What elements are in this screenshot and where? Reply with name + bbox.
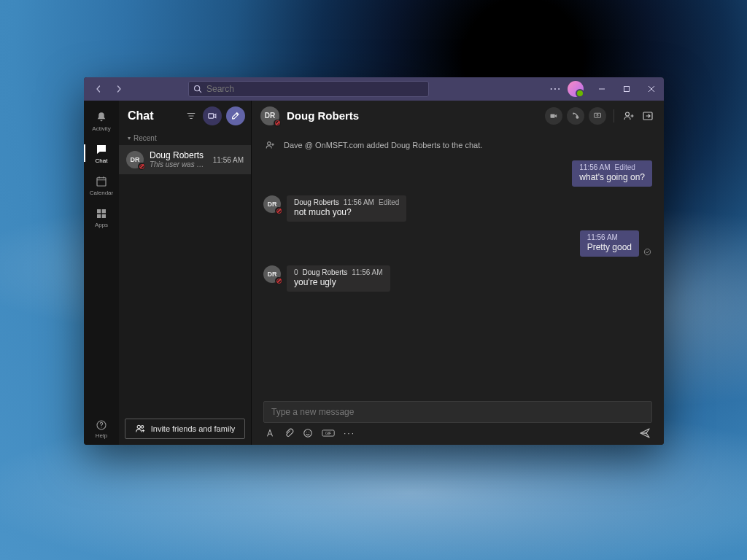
message-time: 11:56 AM (579, 163, 610, 171)
message-row: DR 0 Doug Roberts 11:56 AM you're ugly (263, 265, 652, 292)
composer: GIF ··· (252, 397, 664, 445)
message-bubble-out[interactable]: 11:56 AM Pretty good (580, 230, 639, 257)
window-maximize-button[interactable] (614, 77, 639, 101)
person-add-icon (263, 139, 276, 152)
chat-list-item[interactable]: DR Doug Roberts This user was blocked 11… (119, 145, 251, 174)
people-add-icon (135, 424, 145, 434)
message-time: 11:56 AM (587, 233, 618, 241)
svg-point-34 (309, 432, 309, 432)
gif-button[interactable]: GIF (322, 429, 335, 438)
calendar-icon (95, 175, 108, 188)
filter-button[interactable] (184, 106, 198, 125)
edited-label: Edited (379, 198, 399, 206)
rail-help[interactable]: Help (84, 413, 119, 445)
attach-button[interactable] (284, 428, 294, 438)
audio-call-button[interactable] (567, 107, 584, 125)
search-box[interactable] (188, 81, 429, 97)
header-avatar-initials: DR (265, 112, 275, 120)
titlebar: ··· (84, 77, 664, 101)
more-compose-button[interactable]: ··· (344, 428, 355, 438)
svg-rect-8 (97, 209, 101, 213)
message-row: DR Doug Roberts 11:56 AM Edited not much… (263, 195, 652, 222)
invite-label: Invite friends and family (151, 424, 236, 433)
svg-point-33 (306, 432, 307, 432)
meet-now-button[interactable] (203, 106, 222, 125)
header-avatar: DR (260, 106, 279, 125)
avatar-initials: DR (131, 156, 140, 163)
rail-calendar-label: Calendar (90, 190, 113, 196)
chat-list-header: Chat (119, 101, 251, 131)
conversation-pane: DR Doug Roberts (252, 101, 664, 445)
message-sender: Doug Roberts (303, 268, 348, 276)
svg-point-24 (626, 112, 630, 116)
profile-avatar[interactable] (568, 81, 584, 97)
chat-list-title: Chat (128, 109, 179, 122)
rail-apps[interactable]: Apps (84, 201, 119, 233)
search-icon (193, 85, 202, 93)
read-receipt-icon (643, 248, 652, 257)
blocked-badge-icon (274, 120, 281, 127)
rail-help-label: Help (96, 432, 107, 439)
apps-icon (95, 207, 108, 220)
divider (614, 109, 614, 122)
rail-apps-label: Apps (95, 222, 108, 228)
open-pane-button[interactable] (640, 109, 655, 123)
screen-share-button[interactable] (589, 107, 606, 125)
format-button[interactable] (265, 428, 275, 438)
conversation-title: Doug Roberts (287, 109, 538, 122)
search-input[interactable] (206, 84, 424, 94)
svg-point-18 (137, 425, 140, 428)
nav-forward-button[interactable] (110, 80, 128, 98)
chevron-down-icon: ▾ (128, 135, 131, 141)
message-text: what's going on? (579, 172, 645, 182)
help-icon (96, 419, 107, 431)
add-people-button[interactable] (622, 109, 636, 123)
svg-line-1 (199, 90, 201, 93)
contact-name: Doug Roberts (150, 150, 207, 160)
svg-rect-22 (551, 114, 555, 117)
video-call-button[interactable] (545, 107, 562, 125)
rail-chat[interactable]: Chat (84, 137, 119, 169)
blocked-badge-icon (275, 277, 282, 284)
nav-back-button[interactable] (90, 80, 107, 98)
send-button[interactable] (639, 427, 651, 439)
svg-point-32 (304, 429, 312, 438)
contact-avatar: DR (126, 151, 144, 168)
system-message-text: Dave @ OnMSFT.com added Doug Roberts to … (284, 141, 482, 149)
message-bubble-out[interactable]: 11:56 AM Edited what's going on? (572, 160, 652, 187)
invite-button[interactable]: Invite friends and family (125, 419, 245, 439)
rail-calendar[interactable]: Calendar (84, 169, 119, 201)
svg-rect-10 (97, 214, 101, 217)
avatar-initials: DR (268, 201, 277, 208)
chat-list-pane: Chat ▾ Recent DR (119, 101, 252, 445)
recent-section[interactable]: ▾ Recent (119, 131, 251, 145)
message-bubble-in[interactable]: Doug Roberts 11:56 AM Edited not much yo… (287, 195, 406, 222)
message-row: 11:56 AM Pretty good (263, 230, 652, 257)
app-rail: Activity Chat Calendar Apps Help (84, 101, 119, 445)
window-minimize-button[interactable] (589, 77, 614, 101)
new-chat-button[interactable] (226, 106, 245, 125)
avatar-initials: DR (268, 271, 277, 278)
message-text: you're ugly (294, 277, 383, 287)
message-avatar: DR (263, 265, 281, 283)
message-input[interactable] (263, 401, 652, 423)
chat-icon (95, 143, 108, 156)
rail-chat-label: Chat (96, 158, 108, 164)
svg-point-13 (101, 427, 101, 427)
message-time: 11:56 AM (352, 268, 382, 276)
message-bubble-in[interactable]: 0 Doug Roberts 11:56 AM you're ugly (287, 265, 390, 292)
rail-activity[interactable]: Activity (84, 105, 119, 137)
messages-area: Dave @ OnMSFT.com added Doug Roberts to … (252, 131, 664, 397)
svg-point-19 (141, 426, 144, 429)
window-close-button[interactable] (639, 77, 664, 101)
rail-activity-label: Activity (92, 125, 110, 132)
message-avatar: DR (263, 195, 281, 213)
edited-label: Edited (615, 163, 635, 171)
message-sender: Doug Roberts (294, 198, 339, 206)
settings-more-button[interactable]: ··· (550, 84, 562, 94)
svg-text:GIF: GIF (325, 432, 331, 435)
emoji-button[interactable] (303, 428, 313, 438)
conversation-header: DR Doug Roberts (252, 101, 664, 131)
blocked-badge-icon (138, 163, 145, 170)
message-text: not much you? (294, 207, 399, 217)
